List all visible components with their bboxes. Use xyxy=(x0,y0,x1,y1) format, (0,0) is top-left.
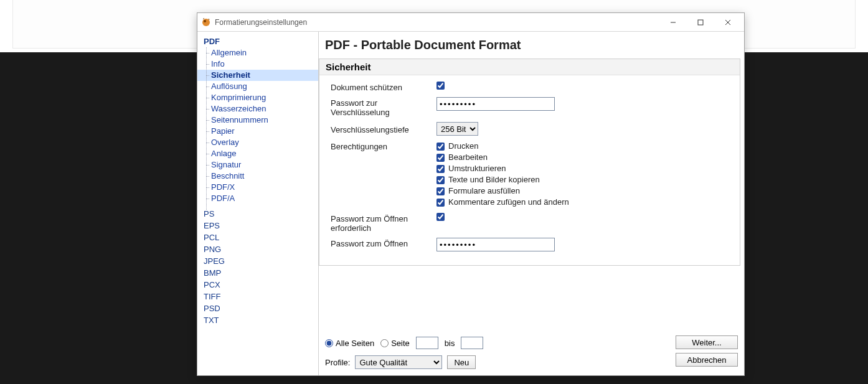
radio-page-range-wrap[interactable]: Seite xyxy=(380,339,410,348)
tree-node-bmp[interactable]: BMP xyxy=(197,267,318,279)
tree-node-tiff[interactable]: TIFF xyxy=(197,291,318,302)
tree-node-pdf[interactable]: PDF xyxy=(197,35,318,47)
label-to: bis xyxy=(445,339,455,348)
input-page-from[interactable] xyxy=(416,337,438,349)
checkbox-perm-restructure[interactable] xyxy=(436,165,445,173)
input-encryption-password[interactable] xyxy=(436,97,555,111)
checkbox-perm-forms[interactable] xyxy=(436,187,445,195)
label-open-password: Passwort zum Öffnen xyxy=(331,238,436,248)
perm-label: Bearbeiten xyxy=(448,152,488,163)
checkbox-protect-document[interactable] xyxy=(436,82,445,90)
tree-node-psd[interactable]: PSD xyxy=(197,302,318,314)
radio-all-pages-wrap[interactable]: Alle Seiten xyxy=(325,339,374,348)
tree-node-ps[interactable]: PS xyxy=(197,208,318,220)
checkbox-perm-print[interactable] xyxy=(436,143,445,151)
tree-node-anlage[interactable]: Anlage xyxy=(197,148,318,159)
input-open-password[interactable] xyxy=(436,238,555,251)
app-icon xyxy=(201,17,211,27)
label-all-pages: Alle Seiten xyxy=(336,339,374,348)
tree-node-info[interactable]: Info xyxy=(197,59,318,70)
tree-node-aufloesung[interactable]: Auflösung xyxy=(197,81,318,92)
checkbox-perm-comments[interactable] xyxy=(436,199,445,207)
perm-label: Drucken xyxy=(448,141,478,152)
tree-node-signatur[interactable]: Signatur xyxy=(197,159,318,171)
tree-node-papier[interactable]: Papier xyxy=(197,126,318,137)
maximize-button[interactable] xyxy=(687,14,714,31)
next-button[interactable]: Weiter... xyxy=(676,335,738,349)
tree-node-txt[interactable]: TXT xyxy=(197,314,318,326)
tree-node-pdfx[interactable]: PDF/X xyxy=(197,182,318,193)
settings-dialog: Formatierungseinstellungen PDF Allgemein… xyxy=(197,12,745,376)
cancel-button[interactable]: Abbrechen xyxy=(676,353,738,367)
tree-node-pcl[interactable]: PCL xyxy=(197,232,318,243)
perm-label: Texte und Bilder kopieren xyxy=(448,174,540,185)
minimize-button[interactable] xyxy=(659,14,687,31)
perm-label: Umstrukturieren xyxy=(448,163,506,174)
window-title: Formatierungseinstellungen xyxy=(215,18,659,27)
page-title: PDF - Portable Document Format xyxy=(319,32,744,56)
label-page-range: Seite xyxy=(391,339,410,348)
tree-node-seitennummern[interactable]: Seitennummern xyxy=(197,115,318,126)
panel-title: Sicherheit xyxy=(319,59,740,75)
tree-node-jpeg[interactable]: JPEG xyxy=(197,255,318,267)
tree-node-eps[interactable]: EPS xyxy=(197,220,318,232)
tree-node-overlay[interactable]: Overlay xyxy=(197,137,318,148)
label-profile: Profile: xyxy=(325,358,350,367)
label-open-required: Passwort zum Öffnen erforderlich xyxy=(331,213,436,233)
perm-label: Kommentare zufügen und ändern xyxy=(448,197,569,208)
svg-point-0 xyxy=(202,19,210,26)
select-encryption-depth[interactable]: 256 Bit xyxy=(436,122,478,136)
new-profile-button[interactable]: Neu xyxy=(447,355,476,369)
titlebar: Formatierungseinstellungen xyxy=(197,13,744,32)
select-profile[interactable]: Gute Qualität xyxy=(355,355,442,369)
tree-node-pcx[interactable]: PCX xyxy=(197,279,318,291)
tree-node-allgemein[interactable]: Allgemein xyxy=(197,47,318,59)
label-enc-password: Passwort zur Verschlüsselung xyxy=(331,97,436,117)
svg-rect-3 xyxy=(698,20,703,25)
perm-label: Formulare ausfüllen xyxy=(448,185,520,197)
tree-node-sicherheit[interactable]: Sicherheit xyxy=(197,70,318,81)
checkbox-perm-edit[interactable] xyxy=(436,154,445,162)
tree-node-wasserzeichen[interactable]: Wasserzeichen xyxy=(197,103,318,115)
label-protect: Dokument schützen xyxy=(331,82,436,92)
checkbox-perm-copy[interactable] xyxy=(436,176,445,184)
radio-all-pages[interactable] xyxy=(325,339,333,347)
security-panel: Sicherheit Dokument schützen Passwort zu… xyxy=(319,59,740,266)
tree-node-pdfa[interactable]: PDF/A xyxy=(197,193,318,204)
label-enc-depth: Verschlüsselungstiefe xyxy=(331,124,436,134)
tree-node-komprimierung[interactable]: Komprimierung xyxy=(197,92,318,103)
tree-node-beschnitt[interactable]: Beschnitt xyxy=(197,171,318,182)
radio-page-range[interactable] xyxy=(380,339,389,347)
format-tree: PDF Allgemein Info Sicherheit Auflösung … xyxy=(197,32,319,375)
svg-point-1 xyxy=(204,20,206,22)
tree-node-png[interactable]: PNG xyxy=(197,243,318,255)
close-button[interactable] xyxy=(714,14,742,31)
label-permissions: Berechtigungen xyxy=(331,141,436,151)
checkbox-open-password-required[interactable] xyxy=(436,213,445,221)
input-page-to[interactable] xyxy=(461,337,483,349)
main-panel: PDF - Portable Document Format Sicherhei… xyxy=(319,32,744,375)
